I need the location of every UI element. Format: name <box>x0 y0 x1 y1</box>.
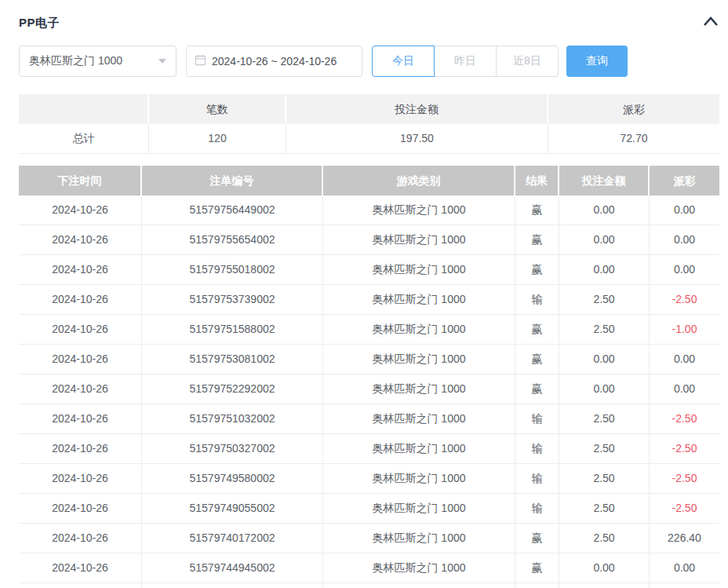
cell-order-no: 51579751032002 <box>142 404 323 434</box>
cell-bet-time: 2024-10-26 <box>19 374 142 404</box>
calendar-icon <box>195 54 206 69</box>
cell-game-type: 奥林匹斯之门 1000 <box>323 345 515 374</box>
cell-bet-amount: 2.50 <box>559 464 650 494</box>
date-range-input[interactable]: 2024-10-26 ~ 2024-10-26 <box>186 46 362 77</box>
cell-bet-amount: 0.00 <box>559 345 650 374</box>
cell-bet-amount: 2.50 <box>559 434 650 464</box>
cell-payout: 0.00 <box>650 255 719 285</box>
cell-bet-time: 2024-10-26 <box>19 553 142 583</box>
table-row: 2024-10-26 51579744945002 奥林匹斯之门 1000 赢 … <box>19 553 719 583</box>
yesterday-button[interactable]: 昨日 <box>434 46 497 77</box>
table-row: 2024-10-26 51579740172002 奥林匹斯之门 1000 赢 … <box>19 524 719 553</box>
cell-result: 赢 <box>515 374 559 404</box>
cell-bet-amount: 2.50 <box>559 315 650 345</box>
table-row: 2024-10-26 51579749580002 奥林匹斯之门 1000 输 … <box>19 464 719 494</box>
table-row: 2024-10-26 51579756449002 奥林匹斯之门 1000 赢 … <box>19 195 719 225</box>
game-select[interactable]: 奥林匹斯之门 1000 <box>19 46 177 77</box>
table-row: 2024-10-26 51579751032002 奥林匹斯之门 1000 输 … <box>19 404 719 434</box>
cell-bet-amount: 2.50 <box>559 494 650 524</box>
panel-header: PP电子 <box>19 0 719 30</box>
cell-order-no: 51579753739002 <box>142 285 323 315</box>
cell-order-no: 51579751588002 <box>142 315 323 345</box>
cell-order-no: 51579750327002 <box>142 434 323 464</box>
cell-payout: -2.50 <box>650 434 719 464</box>
table-row: 2024-10-26 51579751588002 奥林匹斯之门 1000 赢 … <box>19 315 719 345</box>
today-button[interactable]: 今日 <box>372 46 435 77</box>
records-header-bet-amount: 投注金额 <box>559 166 650 195</box>
cell-bet-amount: 0.00 <box>559 195 650 225</box>
cell-order-no: 51579755018002 <box>142 255 323 285</box>
page: PP电子 奥林匹斯之门 1000 2024-10-26 ~ 2024-10-26… <box>0 0 728 588</box>
cell-order-no: 51579756449002 <box>142 195 323 225</box>
cell-payout: 0.00 <box>650 345 719 374</box>
summary-total-row: 总计 120 197.50 72.70 <box>19 124 719 154</box>
records-header-row: 下注时间 注单编号 游戏类别 结果 投注金额 派彩 <box>19 166 719 195</box>
cell-result: 输 <box>515 434 559 464</box>
table-row-partial <box>19 583 719 588</box>
cell-bet-amount: 2.50 <box>559 404 650 434</box>
cell-bet-time: 2024-10-26 <box>19 285 142 315</box>
cell-order-no: 51579749055002 <box>142 494 323 524</box>
last8days-button[interactable]: 近8日 <box>496 46 559 77</box>
cell-payout: 0.00 <box>650 374 719 404</box>
cell-order-no: 51579752292002 <box>142 374 323 404</box>
cell-bet-time: 2024-10-26 <box>19 524 142 553</box>
cell-payout: 226.40 <box>650 524 719 553</box>
cell-result: 赢 <box>515 315 559 345</box>
records-header-payout: 派彩 <box>650 166 719 195</box>
cell-payout: -2.50 <box>650 404 719 434</box>
cell-game-type: 奥林匹斯之门 1000 <box>323 255 515 285</box>
summary-total-bet-amount: 197.50 <box>286 124 548 154</box>
records-header-result: 结果 <box>515 166 559 195</box>
cell-bet-amount: 0.00 <box>559 225 650 255</box>
cell-game-type: 奥林匹斯之门 1000 <box>323 374 515 404</box>
cell-result: 赢 <box>515 225 559 255</box>
cell-bet-amount: 2.50 <box>559 524 650 553</box>
cell-result: 输 <box>515 464 559 494</box>
cell-order-no: 51579753081002 <box>142 345 323 374</box>
cell-game-type: 奥林匹斯之门 1000 <box>323 404 515 434</box>
cell-payout: -1.00 <box>650 315 719 345</box>
caret-down-icon <box>158 59 166 64</box>
cell-game-type: 奥林匹斯之门 1000 <box>323 315 515 345</box>
table-row: 2024-10-26 51579750327002 奥林匹斯之门 1000 输 … <box>19 434 719 464</box>
cell-payout: -2.50 <box>650 494 719 524</box>
records-header-game-type: 游戏类别 <box>323 166 515 195</box>
table-row: 2024-10-26 51579752292002 奥林匹斯之门 1000 赢 … <box>19 374 719 404</box>
cell-bet-time: 2024-10-26 <box>19 464 142 494</box>
cell-bet-amount: 0.00 <box>559 553 650 583</box>
records-header-order-no: 注单编号 <box>142 166 323 195</box>
cell-payout: 0.00 <box>650 553 719 583</box>
cell-result: 赢 <box>515 195 559 225</box>
quick-range-group: 今日 昨日 近8日 <box>372 46 559 77</box>
cell-payout: 0.00 <box>650 225 719 255</box>
cell-bet-time: 2024-10-26 <box>19 434 142 464</box>
cell-game-type: 奥林匹斯之门 1000 <box>323 494 515 524</box>
cell-result: 输 <box>515 404 559 434</box>
chevron-up-icon <box>702 16 719 30</box>
cell-bet-amount: 0.00 <box>559 374 650 404</box>
cell-bet-amount: 2.50 <box>559 285 650 315</box>
cell-order-no: 51579744945002 <box>142 553 323 583</box>
summary-total-label: 总计 <box>19 124 149 154</box>
records-body: 2024-10-26 51579756449002 奥林匹斯之门 1000 赢 … <box>19 195 719 583</box>
cell-game-type: 奥林匹斯之门 1000 <box>323 464 515 494</box>
cell-bet-time: 2024-10-26 <box>19 404 142 434</box>
summary-total-payout: 72.70 <box>548 124 719 154</box>
cell-order-no: 51579755654002 <box>142 225 323 255</box>
summary-header-payout: 派彩 <box>548 94 719 124</box>
cell-game-type: 奥林匹斯之门 1000 <box>323 434 515 464</box>
cell-result: 输 <box>515 494 559 524</box>
cell-payout: -2.50 <box>650 464 719 494</box>
game-select-value: 奥林匹斯之门 1000 <box>29 54 154 68</box>
collapse-button[interactable] <box>702 16 719 29</box>
summary-total-count: 120 <box>149 124 286 154</box>
cell-game-type: 奥林匹斯之门 1000 <box>323 553 515 583</box>
date-range-value: 2024-10-26 ~ 2024-10-26 <box>212 55 337 68</box>
cell-result: 赢 <box>515 553 559 583</box>
cell-payout: -2.50 <box>650 285 719 315</box>
summary-header-count: 笔数 <box>149 94 286 124</box>
cell-bet-time: 2024-10-26 <box>19 255 142 285</box>
query-button[interactable]: 查询 <box>566 46 628 77</box>
cell-game-type: 奥林匹斯之门 1000 <box>323 524 515 553</box>
